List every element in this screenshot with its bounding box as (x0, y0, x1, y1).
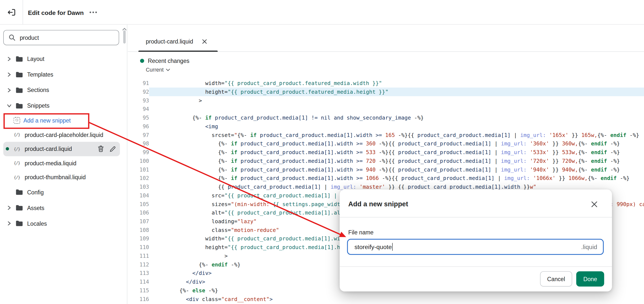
sidebar-item-layout[interactable]: Layout (3, 51, 120, 67)
modal-close-button[interactable] (589, 199, 599, 209)
sidebar-item-label: Config (27, 189, 44, 195)
code-line-95[interactable]: 95 {%- if product_card_product.media[1] … (128, 113, 644, 122)
recent-changes-label: Recent changes (148, 58, 189, 64)
tab-label: product-card.liquid (146, 38, 193, 45)
tab-product-card-liquid[interactable]: product-card.liquid (138, 32, 214, 51)
sidebar-item-label: product-card.liquid (24, 146, 72, 152)
editor-tab-bar: product-card.liquid (128, 25, 644, 52)
modal-header: Add a new snippet (340, 189, 612, 217)
sidebar-item-config[interactable]: Config (3, 184, 120, 200)
close-icon (591, 201, 598, 208)
topbar-divider (22, 0, 23, 24)
chevron-right-icon[interactable] (5, 87, 13, 93)
line-number: 100 (128, 157, 149, 165)
exit-editor-button[interactable] (4, 5, 19, 20)
text-cursor (392, 243, 393, 250)
file-search-input[interactable]: product (3, 30, 119, 45)
line-number: 110 (128, 243, 149, 251)
code-line-94[interactable]: 94 (128, 105, 644, 114)
chevron-right-icon[interactable] (5, 221, 13, 226)
code-line-93[interactable]: 93 > (128, 96, 644, 105)
code-line-100[interactable]: 100 {%- if product_card_product.media[1]… (128, 157, 644, 165)
code-line-97[interactable]: 97 srcset="{%- if product_card_product.m… (128, 131, 644, 139)
chevron-down-icon[interactable] (5, 103, 13, 108)
sidebar-item-assets[interactable]: Assets (3, 200, 120, 216)
code-line-99[interactable]: 99 {%- if product_card_product.media[1].… (128, 148, 644, 157)
line-number: 103 (128, 182, 149, 191)
line-number: 104 (128, 191, 149, 200)
sidebar-item-label: Locales (27, 220, 47, 227)
tab-close-button[interactable] (202, 39, 207, 44)
sidebar-item-label: product-card-placeholder.liquid (24, 132, 103, 138)
line-number: 97 (128, 131, 149, 139)
line-number: 105 (128, 200, 149, 209)
sidebar-item-label: product-media.liquid (24, 160, 76, 166)
file-name-label: File name (348, 229, 374, 235)
version-label: Current (146, 67, 164, 73)
chevron-right-icon[interactable] (5, 72, 13, 77)
line-number: 99 (128, 148, 149, 157)
code-line-91[interactable]: 91 width="{{ product_card_product.featur… (128, 79, 644, 88)
sidebar-item-label: Snippets (27, 102, 50, 109)
file-name-value: storeify-quote (354, 243, 392, 250)
recent-changes-dot (140, 59, 144, 63)
close-icon (202, 39, 207, 44)
folder-icon (15, 205, 24, 211)
line-number: 116 (128, 295, 149, 303)
sidebar-item-product-media[interactable]: {/} product-media.liquid (3, 156, 120, 170)
code-line-102[interactable]: 102 {%- if product_card_product.media[1]… (128, 174, 644, 183)
trash-icon (98, 146, 104, 152)
topbar: Edit code for Dawn (0, 0, 644, 25)
line-number: 107 (128, 217, 149, 226)
code-line-98[interactable]: 98 {%- if product_card_product.media[1].… (128, 139, 644, 148)
line-number: 108 (128, 226, 149, 234)
search-icon (9, 34, 16, 41)
sidebar-item-snippets[interactable]: Snippets (3, 98, 120, 114)
folder-icon (15, 56, 24, 62)
done-button[interactable]: Done (576, 271, 604, 286)
modified-indicator-dot (6, 147, 9, 150)
file-name-input[interactable]: storeify-quote .liquid (347, 239, 604, 255)
code-line-92[interactable]: 92 height="{{ product_card_product.featu… (128, 88, 644, 96)
sidebar-item-templates[interactable]: Templates (3, 67, 120, 82)
code-line-116[interactable]: 116 <div class="card__content"> (128, 295, 644, 303)
page-title: Edit code for Dawn (28, 0, 84, 25)
line-number: 98 (128, 139, 149, 148)
liquid-file-icon: {/} (12, 161, 21, 165)
sidebar-item-add-new-snippet[interactable]: Add a new snippet (3, 113, 120, 128)
version-dropdown[interactable]: Current (146, 67, 190, 73)
ellipsis-icon (89, 11, 97, 14)
sidebar-item-product-card-placeholder[interactable]: {/} product-card-placeholder.liquid (3, 128, 120, 142)
sidebar-item-label: Sections (27, 87, 49, 93)
code-line-96[interactable]: 96 <img (128, 122, 644, 131)
sidebar-item-label: Assets (27, 205, 44, 211)
sidebar-item-sections[interactable]: Sections (3, 82, 120, 98)
chevron-right-icon[interactable] (5, 205, 13, 210)
exit-icon (7, 8, 16, 17)
delete-file-button[interactable] (98, 146, 104, 152)
file-sidebar: product Layout Templates Sections (0, 25, 128, 304)
folder-icon (15, 71, 24, 78)
more-actions-button[interactable] (87, 7, 100, 18)
pencil-icon (110, 146, 116, 152)
rename-file-button[interactable] (110, 146, 116, 152)
sidebar-scrollbar-thumb[interactable] (123, 30, 126, 44)
line-number: 102 (128, 174, 149, 183)
line-number: 95 (128, 113, 149, 122)
modal-footer-divider (340, 266, 612, 267)
folder-icon (15, 220, 24, 226)
cancel-button[interactable]: Cancel (540, 271, 572, 286)
sidebar-item-locales[interactable]: Locales (3, 215, 120, 231)
add-snippet-icon (14, 117, 20, 124)
sidebar-item-label: Layout (27, 56, 44, 62)
chevron-right-icon[interactable] (5, 56, 13, 61)
line-number: 94 (128, 105, 149, 114)
line-number: 91 (128, 79, 149, 88)
line-number: 113 (128, 269, 149, 278)
sidebar-item-product-thumbnail[interactable]: {/} product-thumbnail.liquid (3, 170, 120, 184)
code-line-101[interactable]: 101 {%- if product_card_product.media[1]… (128, 165, 644, 174)
sidebar-item-product-card[interactable]: {/} product-card.liquid (3, 142, 120, 156)
line-number: 109 (128, 234, 149, 243)
line-number: 101 (128, 165, 149, 174)
line-number: 114 (128, 277, 149, 286)
